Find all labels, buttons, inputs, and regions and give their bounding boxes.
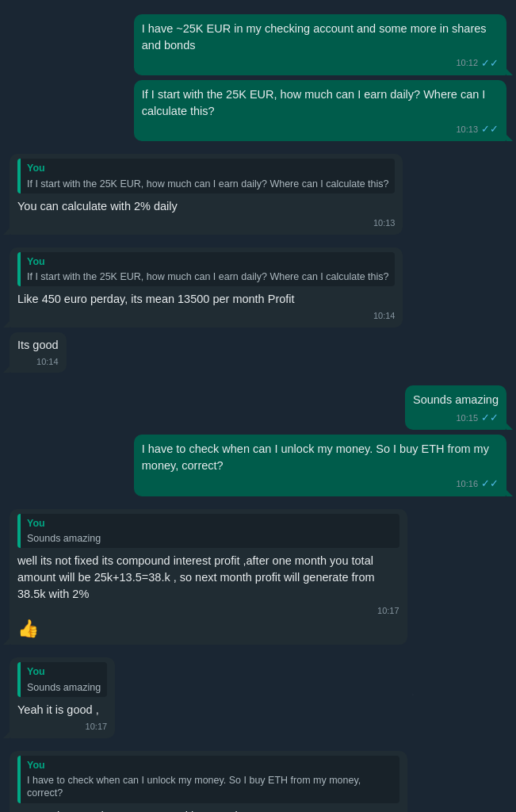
quoted-sender: You (27, 665, 101, 680)
quoted-message: You Sounds amazing (17, 514, 399, 549)
message-bubble-out: If I start with the 25K EUR, how much ca… (134, 80, 506, 141)
quoted-text: If I start with the 25K EUR, how much ca… (27, 178, 388, 190)
quoted-sender: You (27, 255, 388, 270)
message-text: If I start with the 25K EUR, how much ca… (142, 86, 499, 120)
message-time: 10:12 (456, 57, 478, 69)
message-text: Sounds amazing (413, 392, 499, 408)
message-time: 10:13 (373, 217, 396, 229)
message-bubble-in: You Sounds amazing well its not fixed it… (10, 509, 407, 645)
message-row: You If I start with the 25K EUR, how muc… (10, 154, 506, 234)
quoted-text: Sounds amazing (27, 681, 101, 694)
message-text: I have to check when can I unlock my mon… (142, 441, 499, 474)
message-text: Like 450 euro perday, its mean 13500 per… (17, 291, 395, 308)
message-text: You can calculate with 2% daily (17, 198, 395, 215)
message-time: 10:14 (36, 356, 59, 368)
quoted-text: Sounds amazing (27, 532, 393, 545)
read-receipts-icon: ✓✓ (481, 411, 499, 425)
message-time: 10:14 (373, 310, 396, 322)
message-bubble-in: You Sounds amazing Yeah it is good , 10:… (10, 657, 115, 737)
message-time: 10:15 (456, 412, 478, 424)
message-bubble-out: I have to check when can I unlock my mon… (134, 435, 506, 496)
quoted-message: You I have to check when can I unlock my… (17, 756, 399, 803)
message-text: Its good (17, 337, 59, 354)
message-bubble-in: You I have to check when can I unlock my… (10, 751, 407, 812)
quoted-text: If I start with the 25K EUR, how much ca… (27, 270, 388, 283)
message-row: Sounds amazing 10:15 ✓✓ (10, 385, 506, 430)
quoted-sender: You (27, 517, 393, 531)
message-text: Yeah it is good , (17, 702, 107, 718)
message-row: You Sounds amazing Yeah it is good , 10:… (10, 657, 506, 737)
message-row: I have to check when can I unlock my mon… (10, 435, 506, 496)
message-row: If I start with the 25K EUR, how much ca… (10, 80, 506, 141)
message-text: well its not fixed its compound interest… (17, 553, 399, 603)
message-bubble-in: You If I start with the 25K EUR, how muc… (10, 247, 403, 327)
message-time: 10:13 (456, 124, 478, 136)
message-bubble-out: Sounds amazing 10:15 ✓✓ (405, 385, 506, 430)
message-text: I have ~25K EUR in my checking account a… (142, 21, 499, 54)
message-bubble-in: You If I start with the 25K EUR, how muc… (10, 154, 403, 234)
message-bubble-out: I have ~25K EUR in my checking account a… (134, 14, 506, 75)
quoted-message: You Sounds amazing (17, 662, 107, 697)
message-text: No you just need to Buy USDT with networ… (17, 808, 399, 812)
read-receipts-icon: ✓✓ (481, 477, 499, 491)
quoted-text: I have to check when can I unlock my mon… (27, 774, 393, 800)
quoted-message: You If I start with the 25K EUR, how muc… (17, 252, 395, 287)
message-time: 10:16 (456, 478, 478, 490)
message-row: You Sounds amazing well its not fixed it… (10, 509, 506, 645)
message-row: You I have to check when can I unlock my… (10, 751, 506, 812)
message-time: 10:17 (377, 605, 399, 617)
quoted-sender: You (27, 759, 393, 773)
read-receipts-icon: ✓✓ (481, 122, 499, 136)
quoted-message: You If I start with the 25K EUR, how muc… (17, 159, 395, 193)
chat-container: I have ~25K EUR in my checking account a… (0, 8, 516, 812)
message-time: 10:17 (86, 721, 108, 733)
read-receipts-icon: ✓✓ (481, 56, 499, 71)
message-emoji: 👍 (17, 618, 399, 641)
quoted-sender: You (27, 162, 388, 176)
message-bubble-in: Its good 10:14 (10, 332, 67, 373)
message-row: You If I start with the 25K EUR, how muc… (10, 247, 506, 327)
message-row: Its good 10:14 (10, 332, 506, 373)
message-row: I have ~25K EUR in my checking account a… (10, 14, 506, 75)
